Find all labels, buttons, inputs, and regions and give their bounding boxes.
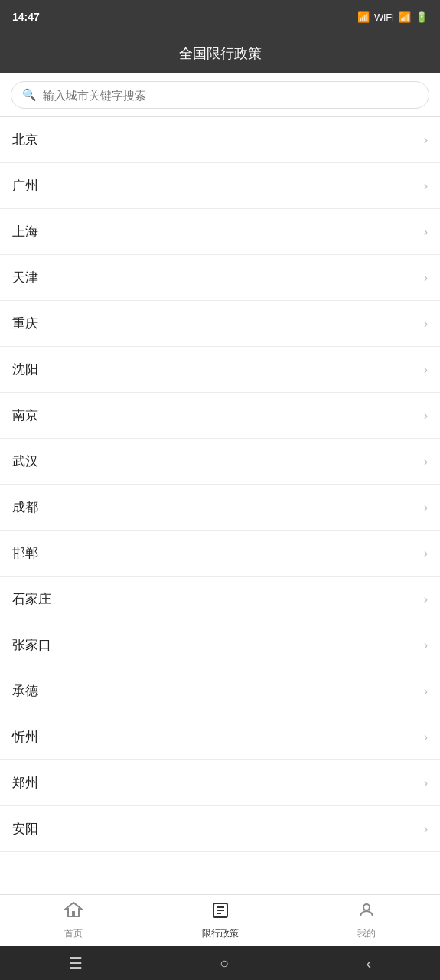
city-name: 承德: [12, 682, 38, 700]
battery-icon: 🔋: [416, 11, 428, 23]
chevron-right-icon: ›: [424, 225, 428, 239]
search-icon: 🔍: [22, 88, 37, 102]
city-name: 石家庄: [12, 590, 51, 608]
city-list-item[interactable]: 重庆›: [0, 301, 440, 347]
city-list-item[interactable]: 南京›: [0, 393, 440, 439]
status-bar: 14:47 📶 WiFi 📶 🔋: [0, 0, 440, 34]
city-list-item[interactable]: 张家口›: [0, 622, 440, 668]
bottom-nav: 首页 限行政策 我的: [0, 894, 440, 946]
city-name: 郑州: [12, 774, 38, 792]
city-name: 安阳: [12, 820, 38, 838]
chevron-right-icon: ›: [424, 684, 428, 698]
search-input[interactable]: [43, 89, 418, 102]
chevron-right-icon: ›: [424, 730, 428, 744]
chevron-right-icon: ›: [424, 822, 428, 836]
policy-icon: [211, 901, 230, 924]
city-list-item[interactable]: 天津›: [0, 255, 440, 301]
city-list: 北京›广州›上海›天津›重庆›沈阳›南京›武汉›成都›邯郸›石家庄›张家口›承德…: [0, 117, 440, 894]
nav-policy[interactable]: 限行政策: [147, 897, 294, 945]
city-list-item[interactable]: 邯郸›: [0, 531, 440, 577]
city-name: 忻州: [12, 728, 38, 746]
nav-home-label: 首页: [64, 927, 83, 940]
city-name: 上海: [12, 223, 38, 240]
chevron-right-icon: ›: [424, 455, 428, 469]
chevron-right-icon: ›: [424, 317, 428, 331]
chevron-right-icon: ›: [424, 639, 428, 652]
city-name: 沈阳: [12, 361, 38, 378]
page-title: 全国限行政策: [179, 44, 262, 63]
city-list-item[interactable]: 沈阳›: [0, 347, 440, 393]
chevron-right-icon: ›: [424, 363, 428, 377]
city-name: 邯郸: [12, 544, 38, 562]
mine-icon: [357, 901, 376, 924]
search-box[interactable]: 🔍: [11, 81, 429, 109]
nav-mine[interactable]: 我的: [293, 897, 440, 945]
chevron-right-icon: ›: [424, 179, 428, 193]
signal-icon: 📶: [357, 11, 370, 23]
chevron-right-icon: ›: [424, 501, 428, 514]
chevron-right-icon: ›: [424, 271, 428, 285]
wifi-icon: WiFi: [374, 11, 394, 23]
status-icons: 📶 WiFi 📶 🔋: [357, 11, 428, 23]
menu-button[interactable]: ☰: [51, 949, 101, 977]
network-icon: 📶: [399, 11, 411, 23]
chevron-right-icon: ›: [424, 593, 428, 606]
chevron-right-icon: ›: [424, 776, 428, 790]
home-button[interactable]: ○: [201, 950, 247, 977]
svg-point-1: [363, 904, 370, 910]
city-list-item[interactable]: 安阳›: [0, 806, 440, 852]
city-name: 北京: [12, 131, 38, 149]
chevron-right-icon: ›: [424, 547, 428, 560]
search-container: 🔍: [0, 74, 440, 117]
city-list-item[interactable]: 北京›: [0, 117, 440, 163]
city-name: 武汉: [12, 452, 38, 470]
nav-home[interactable]: 首页: [0, 897, 147, 945]
city-list-item[interactable]: 郑州›: [0, 760, 440, 806]
city-list-item[interactable]: 成都›: [0, 485, 440, 531]
system-bar: ☰ ○ ‹: [0, 946, 440, 980]
chevron-right-icon: ›: [424, 409, 428, 423]
home-icon: [64, 901, 83, 924]
city-name: 南京: [12, 407, 38, 424]
city-list-item[interactable]: 武汉›: [0, 439, 440, 485]
city-name: 成都: [12, 498, 38, 516]
city-list-item[interactable]: 承德›: [0, 668, 440, 714]
city-list-item[interactable]: 石家庄›: [0, 577, 440, 622]
city-list-item[interactable]: 忻州›: [0, 714, 440, 760]
chevron-right-icon: ›: [424, 133, 428, 147]
nav-mine-label: 我的: [357, 927, 376, 940]
city-list-item[interactable]: 广州›: [0, 163, 440, 209]
status-time: 14:47: [12, 11, 40, 23]
page-header: 全国限行政策: [0, 34, 440, 74]
city-name: 广州: [12, 177, 38, 194]
back-button[interactable]: ‹: [348, 950, 390, 977]
city-name: 张家口: [12, 636, 51, 654]
city-name: 天津: [12, 269, 38, 286]
city-name: 重庆: [12, 315, 38, 332]
nav-policy-label: 限行政策: [202, 927, 239, 940]
city-list-item[interactable]: 上海›: [0, 209, 440, 255]
